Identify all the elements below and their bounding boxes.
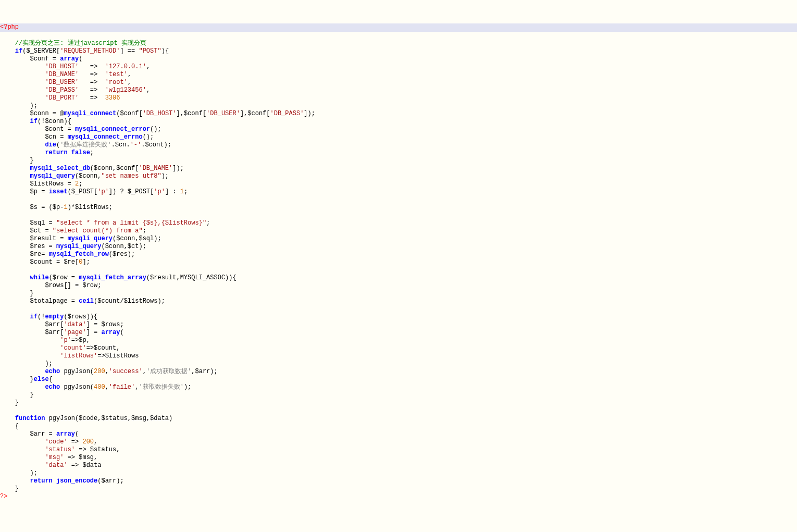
php-open-tag: <?php [0, 23, 19, 31]
php-close-tag: ?> [0, 493, 7, 500]
keyword-array: array [60, 55, 79, 63]
func-mysqli-connect: mysqli_connect [64, 110, 116, 117]
keyword-function: function [15, 415, 45, 422]
keyword-if: if [15, 47, 22, 55]
comment: //实现分页之三: 通过javascript 实现分页 [0, 40, 146, 47]
header-bar: <?php [0, 23, 797, 32]
code-block: //实现分页之三: 通过javascript 实现分页 if($_SERVER[… [0, 40, 797, 501]
